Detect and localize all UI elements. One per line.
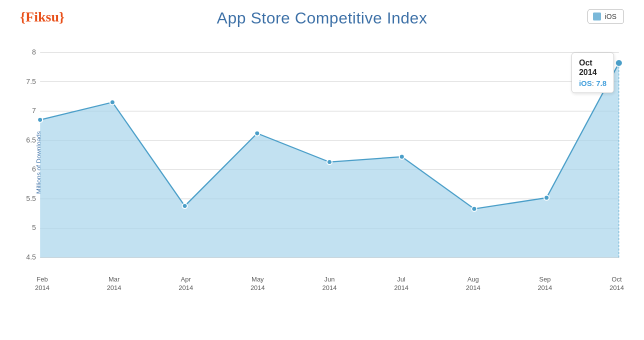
svg-point-22 (472, 206, 476, 212)
svg-point-16 (38, 118, 42, 122)
svg-point-23 (544, 196, 549, 200)
x-label-oct: Oct2014 (610, 276, 624, 292)
chart-area: Millions of Downloads 4.555.566.577.58 O… (35, 32, 624, 292)
svg-text:8: 8 (32, 48, 36, 56)
x-label-mar: Mar2014 (107, 276, 122, 292)
x-label-apr: Apr2014 (178, 276, 193, 292)
svg-point-19 (254, 131, 260, 136)
svg-point-21 (400, 154, 404, 160)
legend: iOS (588, 9, 624, 24)
x-label-feb: Feb2014 (35, 276, 50, 292)
svg-point-17 (110, 100, 115, 105)
x-label-sep: Sep2014 (538, 276, 552, 292)
tooltip-date: Oct2014 (579, 58, 606, 77)
svg-text:5.5: 5.5 (26, 194, 36, 202)
x-labels: Feb2014Mar2014Apr2014May2014Jun2014Jul20… (35, 276, 624, 292)
tooltip-box: Oct2014 iOS: 7.8 (572, 52, 614, 93)
header: {Fiksu} App Store Competitive Index iOS (0, 0, 644, 32)
tooltip-value: iOS: 7.8 (579, 79, 606, 88)
svg-text:6.5: 6.5 (26, 136, 36, 144)
svg-point-18 (182, 204, 188, 208)
logo: {Fiksu} (20, 9, 64, 25)
legend-color-swatch (593, 12, 601, 20)
page-container: {Fiksu} App Store Competitive Index iOS … (0, 0, 644, 340)
svg-text:7: 7 (32, 106, 36, 114)
svg-point-24 (616, 60, 622, 66)
x-label-jul: Jul2014 (394, 276, 408, 292)
svg-text:4.5: 4.5 (26, 253, 36, 261)
chart-inner: 4.555.566.577.58 (35, 42, 624, 262)
svg-text:5: 5 (32, 224, 36, 232)
svg-text:7.5: 7.5 (26, 78, 36, 86)
x-label-aug: Aug2014 (466, 276, 480, 292)
svg-point-20 (327, 160, 332, 164)
chart-svg: 4.555.566.577.58 (35, 42, 624, 262)
legend-label: iOS (605, 12, 616, 20)
x-label-jun: Jun2014 (322, 276, 337, 292)
svg-text:6: 6 (32, 165, 36, 173)
page-title: App Store Competitive Index (217, 9, 428, 28)
x-label-may: May2014 (250, 276, 265, 292)
